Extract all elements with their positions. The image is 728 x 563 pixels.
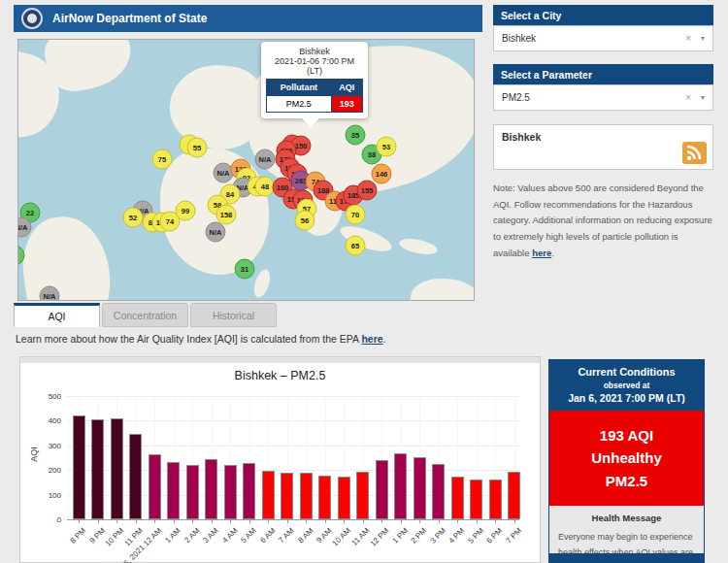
current-conditions-title: Current Conditions bbox=[553, 366, 700, 378]
aqi-marker[interactable]: 35 bbox=[346, 125, 366, 146]
aqi-marker[interactable]: 75 bbox=[152, 149, 173, 170]
aqi-bar[interactable] bbox=[318, 476, 331, 519]
aqi-bar[interactable] bbox=[356, 472, 369, 519]
aqi-bar[interactable] bbox=[149, 454, 161, 519]
aqi-bar[interactable] bbox=[167, 462, 180, 519]
aqi-bar[interactable] bbox=[394, 453, 407, 519]
aqi-bar[interactable] bbox=[262, 471, 275, 519]
aqi-marker[interactable]: 99 bbox=[176, 201, 196, 221]
aqi-marker[interactable]: 53 bbox=[377, 137, 397, 157]
learn-more-text: Learn more about how the Air Quality Ind… bbox=[16, 333, 386, 345]
x-axis-tick bbox=[287, 519, 288, 523]
parameter-dropdown-arrow-icon[interactable]: ▾ bbox=[701, 93, 705, 102]
aqi-bar[interactable] bbox=[111, 418, 123, 519]
aqi-bar[interactable] bbox=[224, 465, 237, 519]
current-conditions-panel: Current Conditions observed at Jan 6, 20… bbox=[548, 359, 705, 563]
aqi-marker[interactable]: N/A bbox=[40, 286, 60, 302]
aqi-bar[interactable] bbox=[243, 463, 255, 519]
y-axis-tick-label: 400 bbox=[49, 416, 61, 425]
feed-city-label: Bishkek bbox=[502, 131, 541, 143]
x-axis-tick bbox=[325, 519, 326, 523]
popup-aqi-value: 193 bbox=[331, 96, 362, 113]
tab-bar: AQI Concentration Historical bbox=[14, 303, 279, 327]
aqi-bar[interactable] bbox=[451, 477, 464, 519]
popup-col-aqi: AQI bbox=[331, 80, 362, 96]
x-axis-tick bbox=[116, 519, 117, 523]
note-here-link[interactable]: here bbox=[532, 248, 551, 258]
aqi-bar[interactable] bbox=[508, 472, 520, 519]
x-axis-tick-label: 6 AM bbox=[258, 526, 277, 545]
aqi-bar[interactable] bbox=[432, 464, 445, 519]
aqi-bar[interactable] bbox=[376, 460, 388, 519]
aqi-marker[interactable]: N/A bbox=[255, 149, 276, 170]
chart-plot-area: 01002003004005008 PM9 PM10 PM11 PM06, 20… bbox=[67, 396, 519, 519]
aqi-marker[interactable]: 70 bbox=[346, 205, 366, 225]
aqi-marker[interactable]: N/A bbox=[17, 217, 32, 238]
observed-at-label: observed at bbox=[553, 381, 700, 390]
learn-more-body: Learn more about how the Air Quality Ind… bbox=[16, 333, 361, 345]
x-axis-tick-label: 10 AM bbox=[331, 526, 352, 547]
chart-y-axis-title: AQI bbox=[29, 447, 39, 462]
tab-concentration[interactable]: Concentration bbox=[102, 303, 188, 327]
popup-timezone: (LT) bbox=[266, 66, 363, 76]
tab-historical[interactable]: Historical bbox=[190, 303, 277, 327]
x-axis-tick-label: 11 AM bbox=[350, 526, 372, 547]
city-select[interactable]: Bishkek × ▾ bbox=[493, 25, 713, 51]
note-period: . bbox=[551, 248, 554, 258]
aqi-marker[interactable]: N/A bbox=[206, 222, 226, 243]
aqi-bar[interactable] bbox=[73, 415, 85, 519]
x-axis-tick bbox=[363, 519, 364, 523]
popup-table: Pollutant AQI PM2.5 193 bbox=[266, 79, 363, 113]
aqi-marker[interactable]: 155 bbox=[357, 181, 378, 201]
aqi-bar[interactable] bbox=[186, 465, 199, 519]
y-axis-tick-label: 0 bbox=[57, 515, 61, 524]
learn-more-here-link[interactable]: here bbox=[361, 333, 382, 345]
aqi-bar[interactable] bbox=[281, 473, 293, 519]
aqi-bar[interactable] bbox=[470, 480, 482, 519]
aqi-marker[interactable]: 56 bbox=[295, 211, 315, 231]
aqi-bar[interactable] bbox=[300, 473, 313, 519]
x-axis-tick bbox=[154, 519, 155, 523]
aqi-marker[interactable]: 55 bbox=[187, 138, 208, 158]
city-select-value: Bishkek bbox=[502, 33, 685, 44]
x-axis-tick bbox=[230, 519, 231, 523]
x-axis-tick-label: 8 PM bbox=[69, 526, 88, 546]
x-axis-tick-label: 4 AM bbox=[220, 526, 239, 545]
aqi-bar[interactable] bbox=[91, 419, 104, 519]
parameter-select[interactable]: PM2.5 × ▾ bbox=[493, 84, 713, 111]
y-axis-tick-label: 300 bbox=[49, 441, 61, 449]
x-axis-tick bbox=[192, 519, 193, 523]
aqi-bar[interactable] bbox=[414, 457, 426, 519]
aqi-marker[interactable]: 146 bbox=[372, 164, 392, 184]
y-axis-tick-label: 100 bbox=[49, 490, 61, 499]
x-axis-tick-label: 12 PM bbox=[369, 526, 391, 548]
health-message-title: Health Message bbox=[558, 513, 695, 523]
aqi-bar[interactable] bbox=[205, 459, 217, 519]
map-popup: Bishkek 2021-01-06 7:00 PM (LT) Pollutan… bbox=[261, 42, 368, 118]
aqi-marker[interactable]: 65 bbox=[346, 236, 366, 256]
tab-aqi[interactable]: AQI bbox=[14, 303, 100, 327]
y-axis-tick-label: 500 bbox=[49, 392, 61, 401]
aqi-bar[interactable] bbox=[129, 434, 142, 519]
x-axis-tick-label: 8 AM bbox=[296, 526, 314, 545]
city-feed-box: Bishkek bbox=[493, 124, 713, 170]
y-axis-tick-label: 200 bbox=[49, 466, 61, 475]
aqi-marker[interactable]: 52 bbox=[123, 208, 144, 228]
aqi-marker[interactable]: 31 bbox=[235, 259, 255, 280]
x-axis-tick-label: 10 PM bbox=[104, 526, 126, 548]
department-of-state-seal-icon bbox=[21, 8, 43, 29]
aqi-marker[interactable]: 6 bbox=[17, 246, 25, 266]
popup-datetime: 2021-01-06 7:00 PM bbox=[266, 56, 363, 66]
x-axis-tick bbox=[268, 519, 269, 523]
aqi-bar[interactable] bbox=[338, 477, 350, 519]
x-axis-tick bbox=[401, 519, 402, 523]
x-axis-tick-label: 4 PM bbox=[447, 526, 467, 546]
city-dropdown-arrow-icon[interactable]: ▾ bbox=[701, 34, 705, 43]
world-map[interactable]: 22N/A6N/AN/A5288104747565599N/A12392N/A8… bbox=[17, 39, 475, 301]
x-axis-tick bbox=[98, 519, 99, 523]
current-conditions-footer bbox=[549, 553, 704, 562]
aqi-bar[interactable] bbox=[489, 480, 502, 519]
parameter-clear-icon[interactable]: × bbox=[685, 92, 691, 103]
rss-icon[interactable] bbox=[682, 142, 707, 164]
city-clear-icon[interactable]: × bbox=[685, 33, 691, 44]
